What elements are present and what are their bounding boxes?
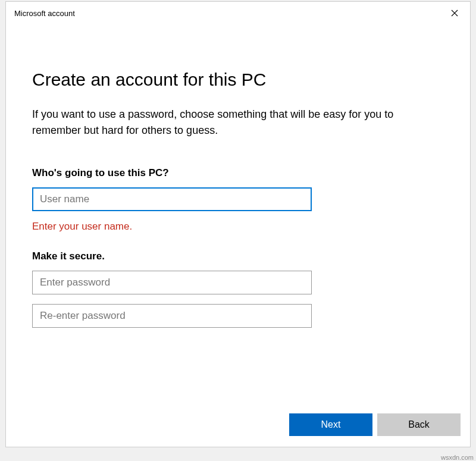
titlebar: Microsoft account — [6, 2, 470, 22]
password-input-wrapper — [32, 271, 444, 294]
page-description: If you want to use a password, choose so… — [32, 106, 444, 139]
main-content: Create an account for this PC If you wan… — [6, 22, 470, 328]
confirm-password-input[interactable] — [32, 304, 312, 328]
account-dialog: Microsoft account Create an account for … — [5, 1, 471, 447]
window-title: Microsoft account — [14, 9, 75, 18]
username-error: Enter your user name. — [32, 221, 444, 233]
watermark: wsxdn.com — [441, 454, 474, 461]
password-label: Make it secure. — [32, 250, 444, 262]
back-button[interactable]: Back — [377, 413, 461, 436]
username-input-wrapper — [32, 187, 444, 211]
password-input[interactable] — [32, 271, 312, 294]
confirm-password-input-wrapper — [32, 304, 444, 328]
username-input[interactable] — [32, 187, 312, 211]
username-label: Who's going to use this PC? — [32, 167, 444, 179]
close-icon — [451, 10, 458, 17]
close-button[interactable] — [446, 5, 463, 21]
dialog-footer: Next Back — [289, 413, 461, 436]
page-heading: Create an account for this PC — [32, 70, 444, 90]
next-button[interactable]: Next — [289, 413, 372, 436]
